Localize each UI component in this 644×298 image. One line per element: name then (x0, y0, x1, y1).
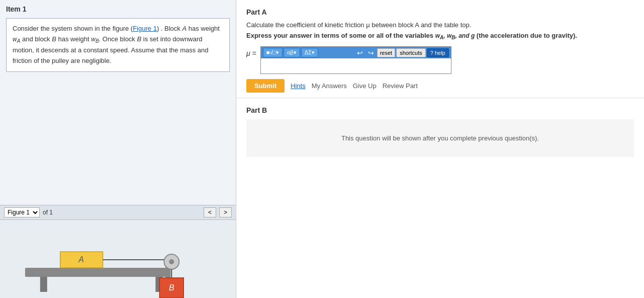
problem-text-1: Consider the system shown in the figure … (13, 25, 133, 32)
toolbar-undo-btn[interactable]: ↩ (355, 48, 365, 57)
my-answers-text[interactable]: My Answers (312, 82, 347, 90)
part-b-section: Part B This question will be shown after… (236, 98, 644, 162)
part-a-question: Calculate the coefficient of kinetic fri… (246, 21, 634, 29)
svg-text:B: B (169, 283, 174, 292)
hints-link[interactable]: Hints (291, 82, 306, 90)
figure-prev-button[interactable]: < (204, 207, 216, 217)
toolbar-reset-btn[interactable]: reset (377, 48, 395, 57)
part-a-expression: Express your answer in terms of some or … (246, 32, 634, 40)
svg-rect-0 (25, 268, 170, 277)
block-b2-var: B (137, 35, 141, 43)
left-panel: Item 1 Consider the system shown in the … (0, 0, 236, 298)
svg-rect-1 (40, 277, 47, 292)
toolbar-help-btn[interactable]: ? help (427, 48, 449, 57)
expression-suffix: (the acceleration due to gravity). (475, 32, 577, 39)
expression-vars: wA, wB, and g (435, 32, 475, 39)
wb-var: wB (91, 36, 99, 43)
problem-text-6: . Once block (99, 35, 137, 43)
action-buttons: Submit Hints My Answers Give Up Review P… (246, 79, 634, 93)
toolbar-btn-group: ■√□▾ αβ▾ ΔΣ▾ (263, 48, 318, 57)
toolbar-alpha-btn[interactable]: αβ▾ (284, 48, 300, 57)
part-b-title: Part B (246, 106, 634, 114)
problem-box: Consider the system shown in the figure … (6, 18, 230, 72)
figure-link[interactable]: Figure 1 (133, 25, 157, 32)
svg-point-9 (169, 259, 174, 264)
item-title: Item 1 (0, 0, 236, 16)
part-a-section: Part A Calculate the coefficient of kine… (236, 0, 644, 98)
expression-text: Express your answer in terms of some or … (246, 32, 435, 39)
mu-label: μ = (246, 46, 256, 57)
figure-toolbar: Figure 1 of 1 < > (0, 205, 236, 220)
problem-text-5: has weight (56, 35, 91, 43)
problem-text-3: has weight (187, 25, 220, 32)
figure-image: A B (0, 220, 236, 298)
block-a-var: A (182, 25, 187, 32)
part-a-title: Part A (246, 8, 634, 16)
block-b-var: B (52, 35, 56, 43)
submit-button[interactable]: Submit (246, 79, 285, 93)
toolbar-redo-btn[interactable]: ↪ (366, 48, 376, 57)
toolbar-sqrt-btn[interactable]: ■√□▾ (263, 48, 283, 57)
figure-next-button[interactable]: > (219, 207, 232, 217)
toolbar-row: ■√□▾ αβ▾ ΔΣ▾ ↩ ↪ reset shortcuts ? help (261, 47, 451, 58)
figure-svg: A B (0, 220, 236, 298)
problem-text-2: ) . Block (157, 25, 182, 32)
input-wrapper: ■√□▾ αβ▾ ΔΣ▾ ↩ ↪ reset shortcuts ? help (260, 46, 451, 74)
toolbar-delta-btn[interactable]: ΔΣ▾ (301, 48, 318, 57)
svg-text:A: A (78, 255, 84, 264)
figure-area: Figure 1 of 1 < > A (0, 205, 236, 298)
figure-select[interactable]: Figure 1 (4, 207, 40, 217)
part-b-placeholder: This question will be shown after you co… (246, 119, 634, 157)
input-area: μ = ■√□▾ αβ▾ ΔΣ▾ ↩ ↪ reset shortcuts ? h… (246, 46, 634, 74)
right-panel: Part A Calculate the coefficient of kine… (236, 0, 644, 298)
answer-input[interactable] (261, 58, 451, 73)
problem-text-4: and block (20, 35, 52, 43)
figure-of-label: of 1 (43, 209, 53, 216)
wa-var: wA (13, 36, 20, 43)
give-up-text[interactable]: Give Up (353, 82, 377, 90)
review-part-text[interactable]: Review Part (383, 82, 418, 90)
toolbar-shortcuts-btn[interactable]: shortcuts (396, 48, 426, 57)
